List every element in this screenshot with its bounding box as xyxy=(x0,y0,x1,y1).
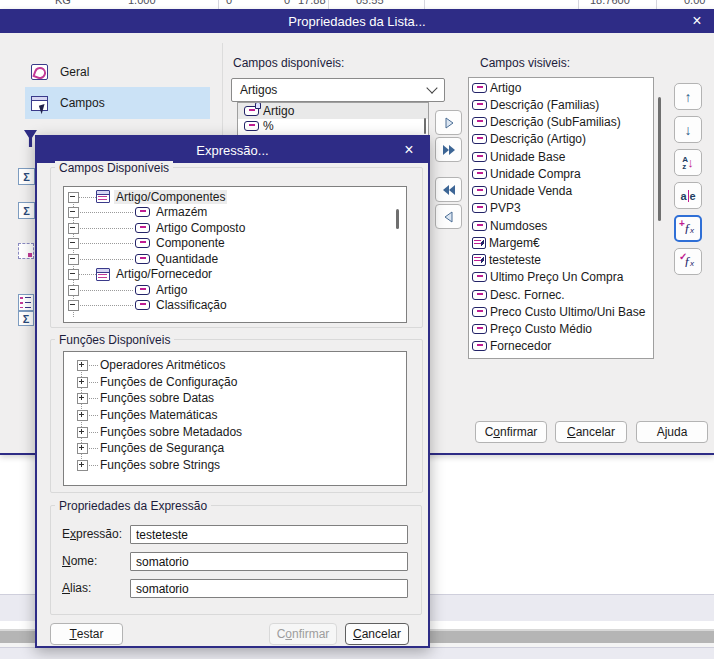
function-category-item[interactable]: Operadores Aritméticos xyxy=(64,357,406,374)
table-select-dropdown[interactable]: Artigos xyxy=(231,78,445,102)
visible-field-item[interactable]: Numdoses xyxy=(469,217,653,234)
visible-field-item[interactable]: Margem€ xyxy=(469,234,653,251)
visible-field-item[interactable]: PVP3 xyxy=(469,200,653,217)
visible-field-item[interactable]: Ultimo Preço Un Compra xyxy=(469,269,653,286)
sum-icon[interactable]: Σ xyxy=(18,168,35,185)
list-properties-titlebar[interactable]: Propriedades da Lista... × xyxy=(0,9,714,33)
tree-item-label: Artigo xyxy=(154,283,189,297)
expression-input[interactable] xyxy=(130,525,408,544)
field-label: Unidade Base xyxy=(490,150,565,164)
function-category-item[interactable]: Funções sobre Datas xyxy=(64,390,406,407)
expand-icon[interactable] xyxy=(77,460,88,471)
move-up-button[interactable]: ↑ xyxy=(674,83,702,110)
expand-icon[interactable] xyxy=(77,360,88,371)
tree-item[interactable]: Componente xyxy=(64,236,406,252)
expand-icon[interactable] xyxy=(77,377,88,388)
confirm-button[interactable]: Confirmar xyxy=(475,421,547,443)
visible-field-item[interactable]: Unidade Compra xyxy=(469,165,653,182)
expand-icon[interactable] xyxy=(77,410,88,421)
visible-field-item[interactable]: Fornecedor xyxy=(469,338,653,355)
visible-field-item[interactable]: Descrição (Familias) xyxy=(469,96,653,113)
list-options-icon[interactable] xyxy=(18,294,34,311)
visible-field-item[interactable]: Desc. Fornec. xyxy=(469,286,653,303)
field-icon xyxy=(244,121,259,131)
confirm-button[interactable]: Confirmar xyxy=(269,623,337,645)
collapse-icon[interactable] xyxy=(68,223,79,234)
collapse-icon[interactable] xyxy=(68,238,79,249)
collapse-icon[interactable] xyxy=(68,269,79,280)
visible-field-item[interactable]: Artigo xyxy=(469,79,653,96)
function-category-label: Funções sobre Metadados xyxy=(100,425,242,439)
function-category-item[interactable]: Funções de Segurança xyxy=(64,440,406,457)
close-icon[interactable]: × xyxy=(398,142,420,158)
visible-field-item[interactable]: Unidade Venda xyxy=(469,183,653,200)
expression-dialog: Expressão... × Campos Disponíveis Artigo… xyxy=(35,135,430,648)
sidebar-item-campos[interactable]: Campos xyxy=(25,87,210,119)
function-category-item[interactable]: Funções sobre Metadados xyxy=(64,423,406,440)
tree-item[interactable]: Quantidade xyxy=(64,251,406,267)
test-button[interactable]: Testar xyxy=(50,623,123,645)
collapse-icon[interactable] xyxy=(68,207,79,218)
field-icon xyxy=(244,106,259,116)
collapse-icon[interactable] xyxy=(68,300,79,311)
function-category-label: Funções de Configuração xyxy=(100,375,237,389)
field-label: Fornecedor xyxy=(490,339,551,353)
sort-button[interactable]: A z ↓ xyxy=(674,149,702,176)
expand-icon[interactable] xyxy=(77,393,88,404)
label-mnemonic: T xyxy=(69,627,76,641)
cancel-button[interactable]: Cancelar xyxy=(345,623,409,645)
tree-item[interactable]: Armazém xyxy=(64,205,406,221)
scrollbar-thumb[interactable] xyxy=(424,118,426,134)
tree-item[interactable]: Classificação xyxy=(64,298,406,314)
move-all-left-button[interactable] xyxy=(435,177,462,202)
collapse-icon[interactable] xyxy=(68,254,79,265)
label-pre: A xyxy=(657,425,665,439)
screen: KG1.0000017.8805.5518.76000.00 Proprieda… xyxy=(0,0,714,659)
move-left-button[interactable] xyxy=(435,204,462,229)
name-input[interactable] xyxy=(130,552,408,571)
tree-item[interactable]: Artigo xyxy=(64,282,406,298)
function-category-item[interactable]: Funções sobre Strings xyxy=(64,457,406,474)
sum-icon[interactable]: Σ xyxy=(18,202,35,219)
move-all-right-button[interactable] xyxy=(435,137,462,162)
available-fields-label: Campos disponíveis: xyxy=(233,56,344,70)
visible-field-item[interactable]: Unidade Base xyxy=(469,148,653,165)
scrollbar-thumb[interactable] xyxy=(658,97,661,221)
collapse-icon[interactable] xyxy=(68,192,79,203)
visible-field-item[interactable]: Descrição (SubFamilias) xyxy=(469,114,653,131)
rename-button[interactable]: a e xyxy=(674,182,702,209)
add-expression-button[interactable]: + ƒ x xyxy=(674,215,702,242)
expression-titlebar[interactable]: Expressão... × xyxy=(37,137,428,163)
visible-field-item[interactable]: Preço Custo Médio xyxy=(469,321,653,338)
tree-item[interactable]: Artigo/Componentes xyxy=(64,189,406,205)
tree-item[interactable]: Artigo/Fornecedor xyxy=(64,267,406,283)
edit-expression-button[interactable]: ✓ ƒ x xyxy=(674,248,702,275)
move-down-button[interactable]: ↓ xyxy=(674,116,702,143)
visible-field-item[interactable]: Descrição (Artigo) xyxy=(469,131,653,148)
alias-input[interactable] xyxy=(130,579,408,598)
move-right-button[interactable] xyxy=(435,110,462,135)
close-icon[interactable]: × xyxy=(686,13,708,29)
function-category-item[interactable]: Funções de Configuração xyxy=(64,374,406,391)
sidebar-item-geral[interactable]: Geral xyxy=(25,56,210,87)
collapse-icon[interactable] xyxy=(68,285,79,296)
sigma-glyph: Σ xyxy=(23,171,30,183)
selection-icon[interactable] xyxy=(18,243,34,259)
available-field-item[interactable]: Artigo xyxy=(238,103,428,119)
help-button[interactable]: Ajuda xyxy=(636,421,708,443)
field-icon xyxy=(472,341,487,351)
available-field-item[interactable]: % xyxy=(238,119,428,135)
function-category-item[interactable]: Funções Matemáticas xyxy=(64,407,406,424)
rename-letter-a: a xyxy=(680,190,686,202)
visible-field-item[interactable]: testeteste xyxy=(469,252,653,269)
expand-icon[interactable] xyxy=(77,427,88,438)
cancel-button[interactable]: Cancelar xyxy=(555,421,627,443)
label-mnemonic: N xyxy=(62,554,71,568)
label-post: pressão: xyxy=(76,527,122,541)
field-icon xyxy=(135,207,150,217)
expand-icon[interactable] xyxy=(77,443,88,454)
sum-icon[interactable]: Σ xyxy=(18,311,34,326)
tree-item[interactable]: Artigo Composto xyxy=(64,220,406,236)
field-label: Unidade Compra xyxy=(490,167,581,181)
visible-field-item[interactable]: Preco Custo Ultimo/Uni Base xyxy=(469,303,653,320)
